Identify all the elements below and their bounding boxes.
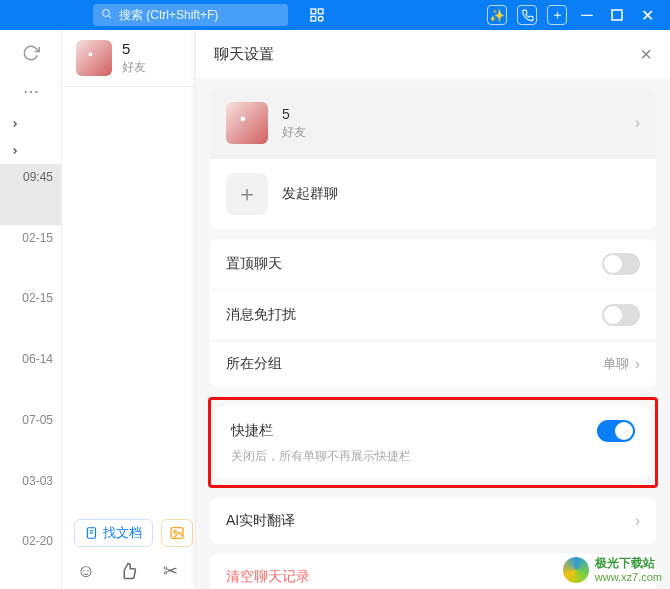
clear-label: 清空聊天记录 [226, 568, 310, 586]
titlebar: 搜索 (Ctrl+Shift+F) ✨ ＋ ─ ✕ [0, 0, 670, 30]
ai-translate-row[interactable]: AI实时翻译 › [210, 498, 656, 544]
group-row[interactable]: 所在分组 单聊 › [210, 340, 656, 387]
pin-row[interactable]: 置顶聊天 [210, 239, 656, 289]
svg-point-11 [174, 530, 177, 533]
svg-rect-6 [612, 10, 622, 20]
profile-card: 5 好友 › ＋ 发起群聊 [210, 88, 656, 229]
conv-item-6[interactable]: 02-20 [0, 528, 61, 589]
search-input[interactable]: 搜索 (Ctrl+Shift+F) [93, 4, 288, 26]
expand-chevron-2[interactable] [0, 137, 61, 163]
expand-chevron-1[interactable] [0, 111, 61, 137]
thumbs-up-icon[interactable] [118, 561, 138, 581]
image-button[interactable] [161, 519, 193, 547]
group-label: 所在分组 [226, 355, 282, 373]
quickbar-desc: 关闭后，所有单聊不再展示快捷栏 [231, 448, 635, 465]
close-button[interactable]: ✕ [632, 0, 662, 30]
profile-row[interactable]: 5 好友 › [210, 88, 656, 158]
svg-rect-3 [318, 9, 323, 14]
profile-sub: 好友 [282, 124, 306, 141]
new-group-label: 发起群聊 [282, 185, 338, 203]
quickbar-toggle[interactable] [597, 420, 635, 442]
conv-item-5[interactable]: 03-03 [0, 468, 61, 529]
svg-rect-10 [171, 528, 183, 539]
chat-sub: 好友 [122, 59, 146, 76]
minimize-button[interactable]: ─ [572, 0, 602, 30]
chevron-right-icon: › [635, 355, 640, 373]
clear-chat-row[interactable]: 清空聊天记录 [210, 554, 656, 589]
svg-point-5 [318, 16, 323, 21]
add-button[interactable]: ＋ [542, 0, 572, 30]
search-placeholder: 搜索 (Ctrl+Shift+F) [119, 7, 218, 24]
mute-toggle[interactable] [602, 304, 640, 326]
conv-item-4[interactable]: 07-05 [0, 407, 61, 468]
chevron-right-icon: › [635, 512, 640, 530]
quickbar-row[interactable]: 快捷栏 关闭后，所有单聊不再展示快捷栏 [215, 406, 651, 479]
svg-point-0 [103, 9, 110, 16]
conv-item-1[interactable]: 02-15 [0, 225, 61, 286]
emoji-icon[interactable]: ☺ [76, 561, 96, 581]
chat-settings-panel: 聊天设置 × 5 好友 › ＋ 发起群聊 置顶聊天 消息免打扰 所在分组 [195, 30, 670, 589]
mute-label: 消息免打扰 [226, 306, 296, 324]
pin-label: 置顶聊天 [226, 255, 282, 273]
quickbar-highlight: 快捷栏 关闭后，所有单聊不再展示快捷栏 [208, 397, 658, 488]
avatar[interactable] [76, 40, 112, 76]
pin-toggle[interactable] [602, 253, 640, 275]
refresh-icon[interactable] [22, 44, 40, 62]
sparkle-button[interactable]: ✨ [482, 0, 512, 30]
mute-row[interactable]: 消息免打扰 [210, 289, 656, 340]
ai-translate-label: AI实时翻译 [226, 512, 295, 530]
panel-header: 聊天设置 × [196, 30, 670, 78]
profile-name: 5 [282, 106, 306, 122]
close-icon[interactable]: × [640, 43, 652, 66]
panel-title: 聊天设置 [214, 45, 274, 64]
conv-item-3[interactable]: 06-14 [0, 346, 61, 407]
svg-rect-2 [311, 9, 316, 14]
svg-rect-4 [311, 16, 316, 21]
quickbar-title: 快捷栏 [231, 422, 273, 440]
group-value: 单聊 [603, 355, 629, 373]
quickbar-card: 快捷栏 关闭后，所有单聊不再展示快捷栏 [215, 406, 651, 479]
avatar [226, 102, 268, 144]
apps-icon[interactable] [302, 0, 332, 30]
new-group-row[interactable]: ＋ 发起群聊 [210, 158, 656, 229]
svg-line-1 [109, 15, 112, 18]
scissors-icon[interactable]: ✂ [160, 561, 180, 581]
conversation-sidebar: ⋯ 09:45 02-15 02-15 06-14 07-05 03-03 02… [0, 30, 62, 589]
more-icon[interactable]: ⋯ [23, 82, 39, 101]
clear-card: 清空聊天记录 [210, 554, 656, 589]
chat-name: 5 [122, 40, 146, 57]
ai-card: AI实时翻译 › [210, 498, 656, 544]
options-card: 置顶聊天 消息免打扰 所在分组 单聊 › [210, 239, 656, 387]
call-button[interactable] [512, 0, 542, 30]
find-doc-button[interactable]: 找文档 [74, 519, 153, 547]
plus-icon: ＋ [226, 173, 268, 215]
maximize-button[interactable] [602, 0, 632, 30]
input-toolbar: ☺ ✂ [76, 561, 180, 581]
chevron-right-icon: › [635, 114, 640, 132]
conv-item-2[interactable]: 02-15 [0, 285, 61, 346]
search-icon [101, 8, 113, 23]
conv-item-0[interactable]: 09:45 [0, 164, 61, 225]
find-doc-label: 找文档 [103, 524, 142, 542]
